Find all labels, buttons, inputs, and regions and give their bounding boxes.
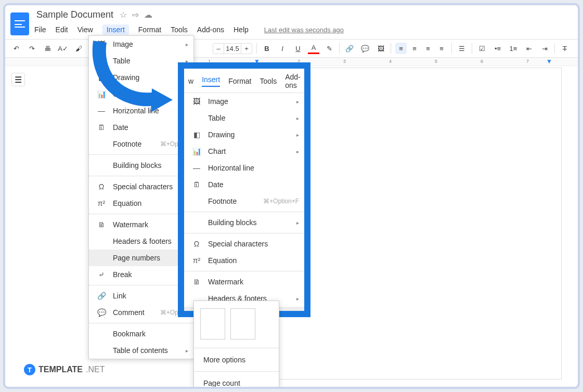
indent-decrease-icon[interactable]: ⇤ (523, 43, 535, 54)
insert-toc[interactable]: Table of contents▸ (89, 342, 193, 359)
callout-watermark[interactable]: 🗎Watermark (184, 273, 304, 290)
callout-special[interactable]: ΩSpecial characters (184, 236, 304, 252)
bold-button[interactable]: B (261, 43, 273, 54)
callout-footnote[interactable]: Footnote⌘+Option+F (184, 193, 304, 210)
callout-drawing[interactable]: ◧Drawing▸ (184, 126, 304, 143)
menu-view[interactable]: View (77, 25, 93, 34)
undo-icon[interactable]: ↶ (10, 43, 22, 54)
callout-format[interactable]: Format (228, 77, 251, 85)
font-size-plus[interactable]: + (241, 45, 252, 53)
italic-button[interactable]: I (277, 43, 288, 54)
indent-increase-icon[interactable]: ⇥ (539, 43, 550, 54)
pi-icon: π² (96, 199, 107, 207)
align-justify-icon[interactable]: ≡ (436, 43, 447, 54)
hline-icon: — (96, 107, 107, 115)
more-options[interactable]: More options (194, 350, 279, 369)
callout-addons[interactable]: Add-ons (285, 73, 301, 89)
highlight-icon[interactable]: ✎ (323, 43, 335, 54)
t-logo-icon: T (24, 364, 35, 375)
last-edit-text[interactable]: Last edit was seconds ago (264, 26, 344, 34)
pagenum-option-1[interactable] (200, 308, 225, 339)
chart-icon: 📊 (96, 90, 107, 98)
watermark-icon: 🗎 (96, 220, 107, 229)
date-icon: 🗓 (96, 123, 107, 132)
callout-insert[interactable]: Insert (202, 75, 220, 87)
callout-building[interactable]: Building blocks▸ (184, 214, 304, 231)
menu-tools[interactable]: Tools (171, 25, 188, 34)
align-center-icon[interactable]: ≡ (409, 43, 420, 54)
callout-help[interactable]: H (309, 77, 310, 85)
align-right-icon[interactable]: ≡ (422, 43, 434, 54)
callout-hline[interactable]: —Horizontal line (184, 160, 304, 176)
outline-toggle-icon[interactable]: ☰ (11, 73, 25, 86)
page-numbers-submenu: More options Page count (193, 300, 279, 389)
pagenum-option-2[interactable] (230, 308, 255, 339)
bulleted-list-icon[interactable]: •≡ (492, 43, 503, 54)
drawing-icon: ◧ (96, 73, 107, 82)
redo-icon[interactable]: ↷ (26, 43, 37, 54)
image-icon[interactable]: 🖼 (375, 43, 386, 54)
underline-button[interactable]: U (292, 43, 304, 54)
page-count[interactable]: Page count (194, 374, 279, 389)
callout-chart[interactable]: 📊Chart▸ (184, 143, 304, 160)
text-color-button[interactable]: A (308, 43, 319, 54)
template-net-watermark: T TEMPLATE.NET (24, 364, 105, 375)
callout-tools[interactable]: Tools (260, 77, 277, 85)
font-size-minus[interactable]: – (213, 45, 224, 53)
menu-help[interactable]: Help (234, 25, 249, 34)
callout-equation[interactable]: π²Equation (184, 252, 304, 269)
cloud-icon: ☁ (144, 10, 152, 20)
callout-table[interactable]: Table▸ (184, 110, 304, 126)
font-size-value[interactable]: 14.5 (224, 44, 241, 54)
print-icon[interactable]: 🖶 (42, 43, 53, 54)
font-size-control: – 14.5 + (213, 43, 252, 54)
link-icon: 🔗 (96, 292, 107, 300)
paint-format-icon[interactable]: 🖌 (73, 43, 84, 54)
omega-icon: Ω (96, 182, 107, 191)
image-icon: 🖼 (96, 40, 107, 48)
document-title[interactable]: Sample Document (34, 8, 115, 21)
break-icon: ⤶ (96, 270, 107, 279)
menu-file[interactable]: File (34, 25, 46, 34)
menu-insert[interactable]: Insert (102, 24, 129, 35)
callout-image[interactable]: 🖼Image▸ (184, 93, 304, 110)
menu-edit[interactable]: Edit (56, 25, 68, 34)
insert-image[interactable]: 🖼Image▸ (89, 36, 193, 53)
callout-view[interactable]: w (188, 77, 193, 85)
insert-bookmark[interactable]: Bookmark (89, 325, 193, 342)
move-icon[interactable]: ⇨ (132, 10, 139, 20)
callout-date[interactable]: 🗓Date (184, 176, 304, 193)
table-icon: ▦ (96, 57, 107, 65)
comment-icon: 💬 (96, 308, 107, 317)
align-left-icon[interactable]: ≡ (395, 43, 407, 54)
star-icon[interactable]: ☆ (120, 10, 127, 20)
clear-formatting-icon[interactable]: T̶ (559, 43, 571, 54)
menu-format[interactable]: Format (138, 25, 161, 34)
menu-addons[interactable]: Add-ons (197, 25, 224, 34)
docs-logo-icon[interactable] (10, 12, 29, 35)
checklist-icon[interactable]: ☑ (476, 43, 488, 54)
link-icon[interactable]: 🔗 (344, 43, 355, 54)
comment-icon[interactable]: 💬 (359, 43, 371, 54)
spellcheck-icon[interactable]: A✓ (57, 43, 69, 54)
numbered-list-icon[interactable]: 1≡ (508, 43, 519, 54)
line-spacing-icon[interactable]: ☰ (456, 43, 468, 54)
insert-menu-callout: w Insert Format Tools Add-ons H 🖼Image▸ … (178, 62, 310, 317)
